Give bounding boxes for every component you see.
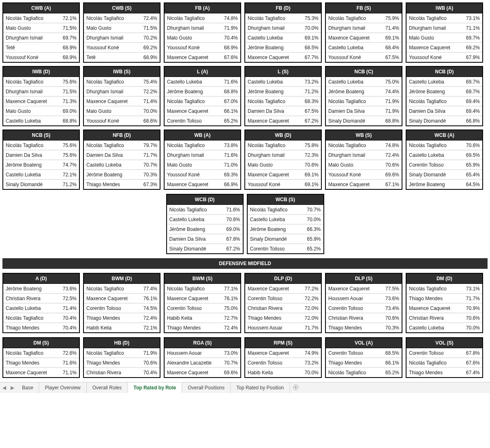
player-row: Youssouf Koné69.3% (165, 170, 240, 180)
player-rating: 65.4% (466, 172, 480, 178)
player-rating: 67.2% (226, 246, 240, 252)
player-rating: 77.2% (305, 286, 319, 292)
player-row: Maxence Caqueret76.1% (84, 294, 160, 303)
role-grid-dm-1: A (D)Jérôme Boateng73.6%Christian Rivera… (2, 273, 488, 333)
player-rating: 71.9% (143, 350, 157, 356)
player-name: Jérôme Boateng (167, 89, 203, 94)
sheet-tab[interactable]: Top Rated by Position (231, 382, 290, 393)
player-name: Malo Gusto (409, 35, 434, 41)
player-name: Jérôme Boateng (328, 89, 364, 94)
player-rating: 65.2% (307, 246, 321, 252)
player-row: Maxence Caqueret69.2% (407, 43, 482, 53)
player-row: Maxence Caqueret77.5% (326, 284, 402, 294)
role-card-header: FB (S) (326, 3, 402, 13)
role-card-header: NCB (C) (326, 67, 402, 77)
player-rating: 71.5% (63, 25, 77, 31)
player-name: Nicolás Tagliafico (167, 15, 205, 21)
player-row: Nicolás Tagliafico75.6% (3, 141, 79, 150)
player-row: Christian Rivera72.0% (245, 303, 321, 313)
role-card: BWM (S)Nicolás Tagliafico77.1%Maxence Ca… (164, 273, 241, 333)
player-name: Castello Lukeba (169, 217, 204, 222)
player-name: Thiago Mendes (86, 360, 120, 366)
player-name: Maxence Caqueret (328, 35, 369, 41)
sheet-tab[interactable]: Top Rated by Role (128, 382, 182, 393)
player-name: Malo Gusto (167, 162, 192, 168)
player-row: Nicolás Tagliafico74.8% (326, 141, 402, 150)
tab-nav-prev[interactable]: ◀ (0, 385, 8, 391)
role-card: A (D)Jérôme Boateng73.6%Christian Rivera… (2, 273, 80, 333)
role-card-header: L (S) (245, 67, 321, 77)
player-rating: 68.4% (385, 45, 399, 51)
add-sheet-button[interactable] (290, 384, 301, 391)
player-row: Nicolás Tagliafico70.7% (248, 205, 323, 215)
player-rating: 76.1% (143, 296, 157, 301)
player-row: Nicolás Tagliafico79.7% (84, 141, 160, 150)
player-row: Thiago Mendes67.4% (407, 368, 482, 377)
player-rating: 72.1% (143, 325, 157, 331)
role-card-header: VOL (S) (407, 338, 482, 348)
player-rating: 71.7% (143, 152, 157, 158)
player-row: Nicolás Tagliafico77.4% (84, 284, 160, 294)
player-rating: 70.6% (466, 315, 480, 321)
role-card-header: BWM (S) (165, 274, 240, 284)
sheet-tab[interactable]: Overall Roles (87, 382, 128, 393)
player-name: Jérôme Boateng (248, 45, 283, 51)
player-rating: 70.0% (305, 25, 319, 31)
sheet-tab[interactable]: Base (16, 382, 39, 393)
sheet-tab-bar: ◀ ▶ BasePlayer OverviewOverall RolesTop … (0, 382, 490, 393)
player-row: Castello Lukeba70.0% (248, 215, 323, 224)
player-rating: 72.1% (63, 172, 77, 178)
player-name: Nicolás Tagliafico (167, 286, 205, 292)
player-rating: 69.0% (226, 226, 240, 232)
player-name: Jérôme Boateng (86, 172, 122, 178)
role-card: NCB (S)Nicolás Tagliafico75.6%Damien Da … (2, 130, 80, 190)
sheet-tab[interactable]: Overall Positions (182, 382, 231, 393)
role-card-header: DM (D) (407, 274, 482, 284)
plus-icon (293, 384, 299, 390)
player-row: Dhurgham Ismail71.5% (3, 87, 79, 97)
role-card: NCB (D)Castello Lukeba69.7%Jérôme Boaten… (406, 66, 483, 126)
player-row: Youssouf Koné68.9% (3, 53, 79, 62)
player-name: Castello Lukeba (6, 305, 41, 311)
player-row: Malo Gusto70.6% (326, 160, 402, 170)
player-rating: 72.0% (305, 315, 319, 321)
player-rating: 70.6% (385, 315, 399, 321)
player-row: Castello Lukeba70.6% (167, 215, 243, 224)
player-rating: 72.2% (305, 296, 319, 301)
player-name: Nicolás Tagliafico (167, 99, 205, 104)
player-name: Nicolás Tagliafico (6, 350, 44, 356)
player-rating: 67.8% (226, 236, 240, 242)
tab-nav-next[interactable]: ▶ (8, 385, 16, 391)
player-row: Maxence Caqueret69.1% (326, 33, 402, 43)
player-row: Castello Lukeba73.2% (245, 77, 321, 87)
player-name: Nicolás Tagliafico (86, 350, 124, 356)
player-rating: 70.7% (307, 207, 321, 213)
player-row: Dhurgham Ismail72.3% (245, 150, 321, 160)
role-card: FB (D)Nicolás Tagliafico75.3%Dhurgham Is… (244, 2, 322, 63)
player-row: Christian Rivera70.6% (326, 313, 402, 323)
player-rating: 75.3% (305, 15, 319, 21)
player-rating: 71.4% (385, 25, 399, 31)
player-row: Corentin Tolisso73.2% (245, 358, 321, 368)
role-card: DLP (S)Maxence Caqueret77.5%Houssem Aoua… (325, 273, 402, 333)
player-rating: 70.3% (385, 325, 399, 331)
role-card-header: NCB (D) (407, 67, 482, 77)
player-name: Castello Lukeba (6, 172, 41, 178)
player-row: Maxence Caqueret71.3% (3, 97, 79, 106)
player-rating: 68.6% (143, 118, 157, 124)
player-row: Nicolás Tagliafico72.1% (3, 13, 79, 23)
player-name: Maxence Caqueret (86, 99, 127, 104)
player-name: Maxence Caqueret (248, 286, 289, 292)
player-name: Nicolás Tagliafico (86, 79, 124, 85)
player-name: Youssouf Koné (248, 182, 280, 187)
player-rating: 69.6% (224, 370, 238, 376)
player-rating: 69.1% (305, 172, 319, 178)
player-row: Sinaly Diomandé65.9% (248, 234, 323, 244)
role-card-header: NFB (D) (84, 130, 160, 141)
sheet-tab[interactable]: Player Overview (39, 382, 86, 393)
role-card-header: CWB (S) (84, 3, 160, 13)
player-row: Castello Lukeba70.7% (84, 160, 160, 170)
player-rating: 71.2% (305, 89, 319, 94)
role-card: CWB (S)Nicolás Tagliafico72.4%Malo Gusto… (83, 2, 160, 63)
player-name: Maxence Caqueret (167, 296, 208, 301)
